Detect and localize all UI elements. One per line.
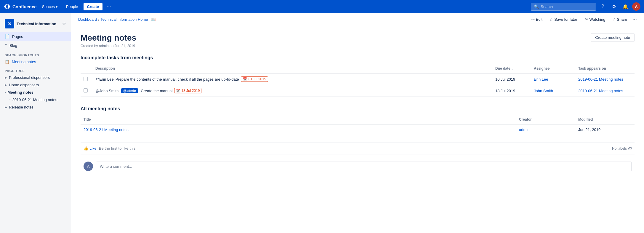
like-text: Be the first to like this bbox=[99, 146, 136, 151]
th-assignee: Assignee bbox=[531, 64, 575, 73]
help-icon[interactable]: ? bbox=[598, 2, 607, 11]
sidebar-item-pages[interactable]: 📄 Pages bbox=[0, 32, 71, 41]
shortcut-doc-icon: 📋 bbox=[5, 60, 9, 64]
settings-icon[interactable]: ⚙ bbox=[610, 2, 619, 11]
breadcrumb: Dashboard / Technical information Home 📖 bbox=[78, 17, 527, 22]
task-text: Prepare the contents of the manual, chec… bbox=[116, 77, 239, 82]
page-title: Meeting notes bbox=[81, 33, 635, 43]
task-text: Create the manual bbox=[141, 89, 172, 93]
favorite-icon[interactable]: ☆ bbox=[62, 21, 66, 26]
blog-label: Blog bbox=[9, 43, 17, 48]
tree-item-home-dispensers[interactable]: ▶ Home dispensers bbox=[0, 81, 71, 89]
watching-label: Watching bbox=[589, 17, 605, 22]
share-label: Share bbox=[617, 17, 627, 22]
app-name: Confluence bbox=[12, 4, 37, 9]
task-page-link[interactable]: 2019-06-21 Meeting notes bbox=[578, 77, 623, 82]
no-labels: No labels 🏷 bbox=[612, 146, 632, 151]
expand-arrow-icon: • bbox=[5, 91, 6, 94]
save-for-later-button[interactable]: ☆ Save for later bbox=[548, 16, 579, 23]
like-bar: 👍 Like Be the first to like this No labe… bbox=[81, 142, 635, 154]
note-row: 2019-06-21 Meeting notes admin Jun 21, 2… bbox=[81, 124, 635, 135]
expand-arrow-icon: ▶ bbox=[5, 83, 7, 87]
sort-icon: ↓ bbox=[511, 67, 513, 70]
expand-arrow-icon: ▶ bbox=[5, 106, 7, 109]
page-meta: Created by admin on Jun 21, 2019 bbox=[81, 44, 635, 48]
th-description: Description bbox=[92, 64, 492, 73]
th-due-date: Due date ↓ bbox=[492, 64, 531, 73]
search-input[interactable] bbox=[541, 4, 593, 9]
task-due-date: 18 Jul 2019 bbox=[492, 85, 531, 97]
pages-label: Pages bbox=[12, 34, 23, 39]
action-bar: ✏ Edit ☆ Save for later 👁 Watching ↗ Sha… bbox=[530, 16, 637, 23]
all-meeting-notes-section-title: All meeting notes bbox=[81, 106, 635, 111]
task-inline-date: 📅 18 Jul 2019 bbox=[174, 88, 201, 93]
eye-icon: 👁 bbox=[584, 17, 588, 22]
spaces-menu[interactable]: Spaces ▾ bbox=[39, 3, 61, 11]
pages-icon: 📄 bbox=[5, 34, 10, 39]
like-button[interactable]: 👍 Like bbox=[84, 146, 97, 151]
space-logo: ✕ bbox=[5, 19, 14, 28]
breadcrumb-dashboard[interactable]: Dashboard bbox=[78, 17, 97, 22]
share-button[interactable]: ↗ Share bbox=[611, 16, 629, 23]
notifications-icon[interactable]: 🔔 bbox=[621, 2, 630, 11]
people-label: People bbox=[66, 4, 78, 9]
commenter-avatar: A bbox=[84, 162, 93, 171]
search-icon: 🔍 bbox=[534, 4, 539, 9]
admin-tag: @admin bbox=[121, 88, 138, 93]
sidebar-shortcut-meeting-notes[interactable]: 📋 Meeting notes bbox=[0, 58, 71, 66]
task-assignee-link[interactable]: Erin Lee bbox=[534, 77, 548, 82]
like-label: Like bbox=[89, 146, 97, 151]
task-mention: @John Smith bbox=[95, 89, 118, 93]
task-description-cell: @John Smith @admin Create the manual 📅 1… bbox=[95, 88, 489, 93]
note-title-link[interactable]: 2019-06-21 Meeting notes bbox=[84, 127, 129, 132]
watching-button[interactable]: 👁 Watching bbox=[583, 16, 607, 23]
tree-item-meeting-notes[interactable]: • Meeting notes bbox=[0, 89, 71, 96]
more-actions-button[interactable]: ··· bbox=[632, 16, 637, 23]
note-creator-link[interactable]: admin bbox=[519, 127, 529, 132]
user-avatar[interactable]: A bbox=[632, 2, 640, 11]
spaces-label: Spaces bbox=[42, 4, 55, 9]
spaces-chevron-icon: ▾ bbox=[56, 4, 58, 9]
calendar-icon: 📅 bbox=[243, 77, 247, 81]
avatar-initials: A bbox=[87, 164, 90, 169]
pencil-icon: ✏ bbox=[531, 17, 535, 22]
incomplete-tasks-section-title: Incomplete tasks from meetings bbox=[81, 55, 635, 60]
app-logo[interactable]: Confluence bbox=[4, 3, 37, 10]
space-shortcuts-label: SPACE SHORTCUTS bbox=[0, 50, 71, 58]
task-row: @Erin Lee Prepare the contents of the ma… bbox=[81, 73, 635, 85]
incomplete-tasks-table: Description Due date ↓ Assignee Task app… bbox=[81, 64, 635, 97]
comment-input[interactable]: Write a comment... bbox=[96, 162, 632, 171]
task-checkbox[interactable] bbox=[84, 77, 88, 81]
page-tree-label: PAGE TREE bbox=[0, 66, 71, 74]
breadcrumb-space[interactable]: Technical information Home bbox=[100, 17, 148, 22]
topnav-right: 🔍 ? ⚙ 🔔 A bbox=[531, 2, 640, 11]
task-checkbox[interactable] bbox=[84, 88, 88, 92]
top-navigation: Confluence Spaces ▾ People Create ··· 🔍 … bbox=[0, 0, 644, 13]
label-tag-icon: 🏷 bbox=[628, 146, 632, 151]
create-meeting-note-button[interactable]: Create meeting note bbox=[591, 33, 635, 42]
tree-item-release-notes[interactable]: ▶ Release notes bbox=[0, 103, 71, 111]
th-checkbox bbox=[81, 64, 92, 73]
tree-label: Meeting notes bbox=[8, 90, 33, 95]
people-menu[interactable]: People bbox=[63, 3, 81, 11]
breadcrumb-separator: / bbox=[98, 17, 100, 22]
space-name: Technical information bbox=[17, 22, 60, 26]
search-box[interactable]: 🔍 bbox=[531, 3, 596, 11]
task-page-link[interactable]: 2019-06-21 Meeting notes bbox=[578, 89, 623, 93]
tree-item-2019-06-21[interactable]: • 2019-06-21 Meeting notes bbox=[0, 96, 71, 103]
blog-icon: ❝ bbox=[5, 43, 7, 48]
sidebar-item-blog[interactable]: ❝ Blog bbox=[0, 41, 71, 50]
more-button[interactable]: ··· bbox=[105, 4, 113, 10]
page-content: Create meeting note Meeting notes Create… bbox=[71, 26, 644, 181]
no-labels-text: No labels bbox=[612, 146, 627, 151]
confluence-logo-icon bbox=[4, 3, 11, 10]
tree-label: Release notes bbox=[9, 105, 33, 109]
tree-item-professional-dispensers[interactable]: ▶ Professional dispensers bbox=[0, 74, 71, 81]
create-button[interactable]: Create bbox=[84, 3, 102, 10]
main-layout: ✕ Technical information ☆ 📄 Pages ❝ Blog… bbox=[0, 13, 644, 233]
task-assignee-link[interactable]: John Smith bbox=[534, 89, 553, 93]
edit-button[interactable]: ✏ Edit bbox=[530, 16, 544, 23]
content-area: Dashboard / Technical information Home 📖… bbox=[71, 13, 644, 233]
tree-label: 2019-06-21 Meeting notes bbox=[12, 98, 57, 102]
task-due-date: 10 Jul 2019 bbox=[492, 73, 531, 85]
